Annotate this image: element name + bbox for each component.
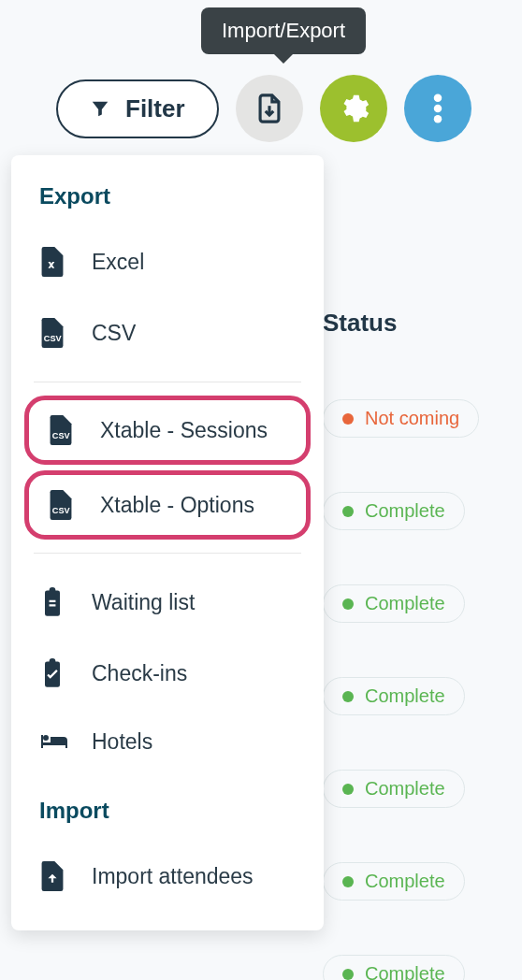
status-badge: Complete xyxy=(323,770,465,808)
status-text: Complete xyxy=(365,685,445,707)
export-xtable-options-item[interactable]: CSV Xtable - Options xyxy=(24,470,311,540)
status-text: Not coming xyxy=(365,408,459,429)
status-dot-icon xyxy=(342,784,354,795)
status-dot-icon xyxy=(342,506,354,517)
svg-point-1 xyxy=(433,105,442,113)
status-badge: Complete xyxy=(323,677,465,715)
import-attendees-item[interactable]: Import attendees xyxy=(11,841,324,912)
toolbar: Filter xyxy=(56,75,471,142)
status-text: Complete xyxy=(365,778,445,800)
status-header: Status xyxy=(323,309,519,338)
svg-text:CSV: CSV xyxy=(44,334,63,343)
file-csv-icon: CSV xyxy=(48,415,78,445)
status-badge: Complete xyxy=(323,584,465,623)
export-check-ins-item[interactable]: Check-ins xyxy=(11,638,324,709)
status-column: Status Not coming Complete Complete Comp… xyxy=(323,309,519,980)
export-section-title: Export xyxy=(11,183,324,226)
file-upload-icon xyxy=(39,861,69,891)
svg-text:CSV: CSV xyxy=(52,431,71,440)
status-badge: Not coming xyxy=(323,399,479,438)
menu-item-label: CSV xyxy=(92,321,136,346)
export-xtable-sessions-item[interactable]: CSV Xtable - Sessions xyxy=(24,396,311,465)
file-csv-icon: CSV xyxy=(39,318,69,348)
menu-item-label: Xtable - Options xyxy=(100,493,254,518)
menu-item-label: Waiting list xyxy=(92,590,195,615)
import-section-title: Import xyxy=(11,775,324,841)
export-hotels-item[interactable]: Hotels xyxy=(11,709,324,775)
more-vertical-icon xyxy=(433,93,442,124)
menu-divider xyxy=(34,382,301,382)
bed-icon xyxy=(39,731,69,754)
status-text: Complete xyxy=(365,593,445,614)
status-text: Complete xyxy=(365,871,445,892)
svg-point-2 xyxy=(433,115,442,122)
download-icon xyxy=(254,93,285,124)
export-excel-item[interactable]: Excel xyxy=(11,226,324,297)
status-badge: Complete xyxy=(323,955,465,980)
status-dot-icon xyxy=(342,598,354,610)
menu-item-label: Excel xyxy=(92,250,144,275)
status-badge: Complete xyxy=(323,492,465,530)
status-dot-icon xyxy=(342,691,354,702)
menu-item-label: Hotels xyxy=(92,729,152,755)
tooltip-import-export: Import/Export xyxy=(201,7,366,54)
filter-icon xyxy=(90,98,110,119)
gear-icon xyxy=(338,93,370,124)
status-badge: Complete xyxy=(323,862,465,901)
clipboard-list-icon xyxy=(39,587,69,617)
file-csv-icon: CSV xyxy=(48,490,78,520)
menu-divider xyxy=(34,553,301,554)
filter-button[interactable]: Filter xyxy=(56,79,219,138)
status-dot-icon xyxy=(342,876,354,887)
import-export-menu: Export Excel CSV CSV CSV Xtable - Sessio… xyxy=(11,155,324,930)
status-text: Complete xyxy=(365,500,445,522)
status-dot-icon xyxy=(342,413,354,425)
status-dot-icon xyxy=(342,969,354,980)
menu-item-label: Check-ins xyxy=(92,661,187,686)
export-waiting-list-item[interactable]: Waiting list xyxy=(11,567,324,638)
clipboard-check-icon xyxy=(39,658,69,688)
settings-button[interactable] xyxy=(320,75,387,142)
filter-label: Filter xyxy=(125,94,185,123)
import-export-button[interactable] xyxy=(236,75,303,142)
menu-item-label: Xtable - Sessions xyxy=(100,418,268,443)
export-csv-item[interactable]: CSV CSV xyxy=(11,297,324,368)
more-options-button[interactable] xyxy=(404,75,471,142)
svg-text:CSV: CSV xyxy=(52,506,71,515)
status-text: Complete xyxy=(365,963,445,980)
menu-item-label: Import attendees xyxy=(92,864,254,889)
svg-point-0 xyxy=(433,94,442,102)
file-excel-icon xyxy=(39,247,69,277)
